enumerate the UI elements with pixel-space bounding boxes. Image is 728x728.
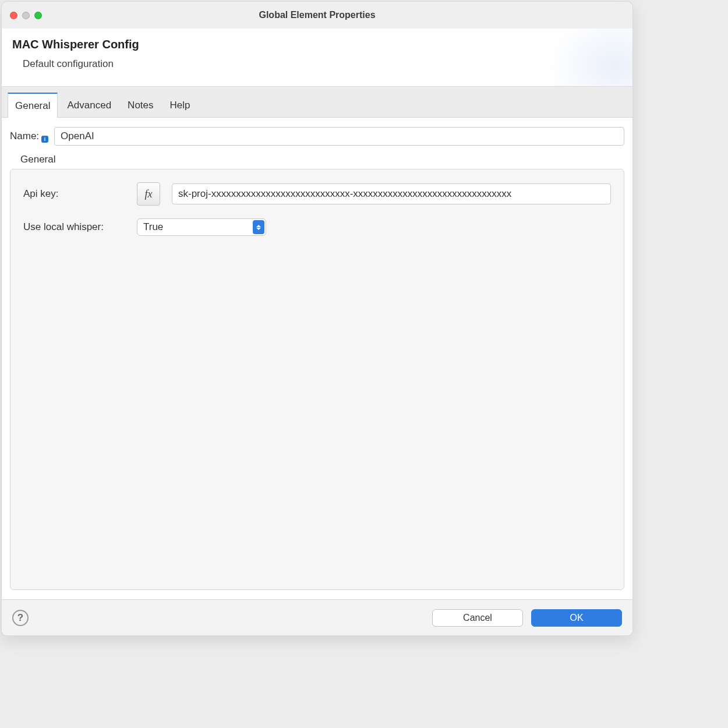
titlebar: Global Element Properties	[2, 2, 632, 29]
dialog-window: Global Element Properties MAC Whisperer …	[1, 1, 633, 636]
main-panel: Name: i General Api key: fx Use local wh…	[2, 118, 632, 599]
tab-general[interactable]: General	[8, 93, 58, 118]
tab-advanced[interactable]: Advanced	[60, 93, 118, 117]
apikey-input[interactable]	[172, 183, 611, 204]
general-section-label: General	[20, 154, 624, 165]
apikey-label: Api key:	[23, 188, 137, 200]
local-whisper-value: True	[143, 221, 163, 233]
info-icon[interactable]: i	[41, 136, 48, 143]
chevron-up-icon	[256, 225, 261, 227]
cancel-button[interactable]: Cancel	[432, 609, 523, 627]
select-stepper-icon	[253, 220, 264, 234]
fx-expression-button[interactable]: fx	[137, 182, 160, 206]
name-input[interactable]	[54, 127, 624, 146]
tabs-bar: General Advanced Notes Help	[2, 87, 632, 118]
name-label: Name:	[10, 130, 39, 142]
dialog-footer: ? Cancel OK	[2, 599, 632, 635]
local-whisper-select[interactable]: True	[137, 218, 266, 236]
tab-help[interactable]: Help	[163, 93, 197, 117]
tab-notes[interactable]: Notes	[121, 93, 160, 117]
name-row: Name: i	[10, 127, 624, 146]
general-section-panel: Api key: fx Use local whisper: True	[10, 169, 624, 590]
local-whisper-label: Use local whisper:	[23, 221, 137, 233]
local-whisper-row: Use local whisper: True	[23, 218, 611, 236]
config-subtitle: Default configuration	[23, 58, 622, 70]
window-title: Global Element Properties	[2, 10, 632, 20]
apikey-row: Api key: fx	[23, 182, 611, 206]
dialog-header: MAC Whisperer Config Default configurati…	[2, 29, 632, 87]
config-title: MAC Whisperer Config	[12, 38, 622, 51]
ok-button[interactable]: OK	[531, 609, 622, 627]
chevron-down-icon	[256, 228, 261, 230]
help-button[interactable]: ?	[12, 610, 29, 626]
